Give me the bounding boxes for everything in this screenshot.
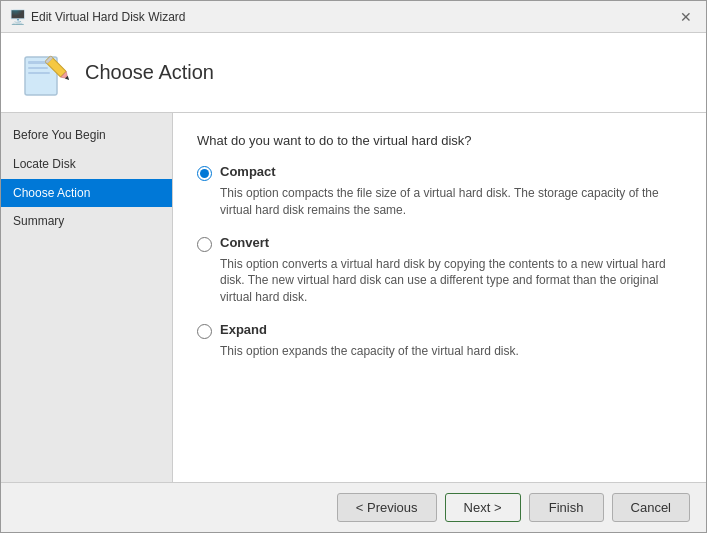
svg-rect-2 <box>28 67 48 69</box>
compact-label[interactable]: Compact <box>220 164 276 179</box>
close-button[interactable]: ✕ <box>674 5 698 29</box>
cancel-button[interactable]: Cancel <box>612 493 690 522</box>
option-compact-group: Compact This option compacts the file si… <box>197 164 682 219</box>
wizard-icon <box>21 49 69 97</box>
header-title: Choose Action <box>85 61 214 84</box>
compact-radio[interactable] <box>197 166 212 181</box>
wizard-header: Choose Action <box>1 33 706 113</box>
main-content: What do you want to do to the virtual ha… <box>173 113 706 482</box>
expand-radio[interactable] <box>197 324 212 339</box>
next-button[interactable]: Next > <box>445 493 521 522</box>
option-convert-group: Convert This option converts a virtual h… <box>197 235 682 306</box>
svg-rect-3 <box>28 72 50 74</box>
titlebar: 🖥️ Edit Virtual Hard Disk Wizard ✕ <box>1 1 706 33</box>
expand-description: This option expands the capacity of the … <box>220 343 682 360</box>
compact-description: This option compacts the file size of a … <box>220 185 682 219</box>
convert-radio[interactable] <box>197 237 212 252</box>
option-convert-row: Convert <box>197 235 682 252</box>
expand-label[interactable]: Expand <box>220 322 267 337</box>
sidebar: Before You Begin Locate Disk Choose Acti… <box>1 113 173 482</box>
wizard-body: Before You Begin Locate Disk Choose Acti… <box>1 113 706 482</box>
option-compact-row: Compact <box>197 164 682 181</box>
titlebar-icon: 🖥️ <box>9 9 25 25</box>
wizard-footer: < Previous Next > Finish Cancel <box>1 482 706 532</box>
titlebar-title: Edit Virtual Hard Disk Wizard <box>31 10 674 24</box>
convert-description: This option converts a virtual hard disk… <box>220 256 682 306</box>
wizard-window: 🖥️ Edit Virtual Hard Disk Wizard ✕ <box>0 0 707 533</box>
sidebar-item-locate-disk[interactable]: Locate Disk <box>1 150 172 179</box>
sidebar-item-choose-action[interactable]: Choose Action <box>1 179 172 208</box>
main-question: What do you want to do to the virtual ha… <box>197 133 682 148</box>
convert-label[interactable]: Convert <box>220 235 269 250</box>
finish-button[interactable]: Finish <box>529 493 604 522</box>
sidebar-item-summary[interactable]: Summary <box>1 207 172 236</box>
sidebar-item-before-you-begin[interactable]: Before You Begin <box>1 121 172 150</box>
previous-button[interactable]: < Previous <box>337 493 437 522</box>
option-expand-group: Expand This option expands the capacity … <box>197 322 682 360</box>
option-expand-row: Expand <box>197 322 682 339</box>
